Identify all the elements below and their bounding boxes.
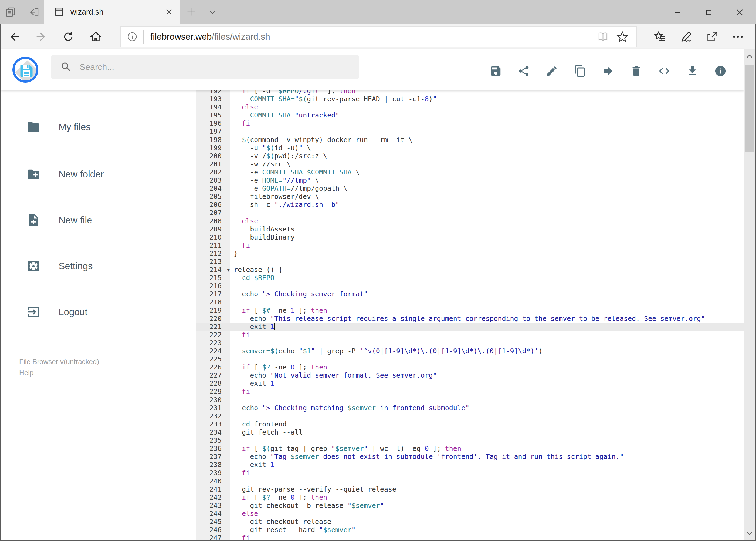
code-line[interactable]: 213 <box>196 258 745 266</box>
code-line[interactable]: 240 <box>196 477 745 485</box>
help-link[interactable]: Help <box>19 367 99 378</box>
scroll-down-icon[interactable] <box>745 529 754 538</box>
sidebar-item-my-files[interactable]: My files <box>1 112 196 142</box>
code-line[interactable]: 201 -w //src \ <box>196 160 745 168</box>
fold-arrow-icon[interactable]: ▾ <box>227 266 230 274</box>
favorite-star-icon[interactable] <box>613 27 632 46</box>
code-line[interactable]: 196 fi <box>196 119 745 128</box>
code-line[interactable]: 193 COMMIT_SHA="$(git rev-parse HEAD | c… <box>196 95 745 103</box>
new-tab-icon[interactable] <box>182 4 200 20</box>
set-tabs-aside-icon[interactable] <box>26 4 42 20</box>
code-line[interactable]: 247 fi <box>196 534 745 540</box>
code-line[interactable]: 242 if [ $? -ne 0 ]; then <box>196 493 745 502</box>
hub-favorites-icon[interactable] <box>647 26 673 48</box>
sidebar-item-new-file[interactable]: New file <box>1 205 196 235</box>
more-options-icon[interactable] <box>725 26 751 48</box>
search-bar[interactable] <box>51 55 359 79</box>
code-line[interactable]: 200 -v /$(pwd):/src:z \ <box>196 152 745 160</box>
scroll-up-icon[interactable] <box>745 52 754 61</box>
copy-button[interactable] <box>566 62 594 81</box>
tab-dropdown-icon[interactable] <box>204 4 221 20</box>
code-line[interactable]: 233 cd frontend <box>196 420 745 428</box>
code-line[interactable]: 220 echo "This release script requires a… <box>196 315 745 323</box>
code-line[interactable]: 227 echo "Not valid semver format. See s… <box>196 371 745 379</box>
code-line[interactable]: 236 if [ $(git tag | grep "$semver" | wc… <box>196 445 745 453</box>
home-icon[interactable] <box>85 24 107 49</box>
code-line[interactable]: 219 if [ $# -ne 1 ]; then <box>196 306 745 315</box>
code-line[interactable]: 225 <box>196 355 745 363</box>
code-line[interactable]: 202 -e COMMIT_SHA=$COMMIT_SHA \ <box>196 168 745 176</box>
maximize-button[interactable] <box>693 1 724 24</box>
scrollbar-thumb[interactable] <box>745 65 754 152</box>
code-line[interactable]: 226 if [ $? -ne 0 ]; then <box>196 363 745 371</box>
tab-preview-icon[interactable] <box>3 4 18 20</box>
url-field[interactable]: filebrowser.web/files/wizard.sh <box>120 26 637 47</box>
minimize-button[interactable] <box>662 1 693 24</box>
code-line[interactable]: 245 git checkout release <box>196 518 745 526</box>
code-line[interactable]: 235 <box>196 436 745 445</box>
reading-view-icon[interactable] <box>593 27 613 46</box>
code-line[interactable]: 223 <box>196 339 745 347</box>
save-button[interactable] <box>482 62 510 81</box>
code-line[interactable]: 204 -e GOPATH=//tmp/gopath \ <box>196 185 745 193</box>
code-line[interactable]: 234 git fetch --all <box>196 428 745 436</box>
code-line[interactable]: 239 fi <box>196 469 745 477</box>
code-line[interactable]: 215 cd $REPO <box>196 274 745 282</box>
code-line[interactable]: 241 git rev-parse --verify --quiet relea… <box>196 485 745 493</box>
code-line[interactable]: 224 semver=$(echo "$1" | grep -P '^v(0|[… <box>196 347 745 355</box>
code-line[interactable]: 221 exit 1 <box>196 323 745 331</box>
code-line[interactable]: 195 COMMIT_SHA="untracked" <box>196 111 745 119</box>
download-button[interactable] <box>678 62 706 81</box>
back-icon[interactable] <box>4 24 26 49</box>
move-button[interactable] <box>594 62 622 81</box>
delete-button[interactable] <box>622 62 650 81</box>
code-line[interactable]: 216 <box>196 282 745 290</box>
code-button[interactable] <box>650 62 678 81</box>
code-line[interactable]: 214▾release () { <box>196 266 745 274</box>
filebrowser-logo[interactable] <box>12 57 38 83</box>
code-line[interactable]: 199 -u "$(id -u)" \ <box>196 144 745 152</box>
web-note-pen-icon[interactable] <box>673 26 699 48</box>
forward-icon[interactable] <box>30 24 52 49</box>
code-line[interactable]: 208 else <box>196 217 745 225</box>
code-line[interactable]: 237 echo "Tag $semver does not exist in … <box>196 453 745 461</box>
share-page-icon[interactable] <box>699 26 725 48</box>
sidebar-item-settings[interactable]: Settings <box>1 251 196 281</box>
close-tab-icon[interactable] <box>161 4 177 20</box>
code-line[interactable]: 218 <box>196 298 745 306</box>
code-line[interactable]: 228 exit 1 <box>196 379 745 387</box>
refresh-icon[interactable] <box>58 24 79 49</box>
code-line[interactable]: 206 sh -c "./wizard.sh -b" <box>196 201 745 209</box>
code-line[interactable]: 229 fi <box>196 387 745 396</box>
share-button[interactable] <box>510 62 538 81</box>
code-line[interactable]: 231 echo "> Checking matching $semver in… <box>196 404 745 412</box>
code-line[interactable]: 194 else <box>196 103 745 111</box>
code-line[interactable]: 198 $(command -v winpty) docker run --rm… <box>196 136 745 144</box>
code-line[interactable]: 203 -e HOME="//tmp" \ <box>196 176 745 185</box>
url-text[interactable]: filebrowser.web/files/wizard.sh <box>150 32 593 42</box>
code-line[interactable]: 238 exit 1 <box>196 461 745 469</box>
code-line[interactable]: 205 filebrowser/dev \ <box>196 193 745 201</box>
code-line[interactable]: 207 <box>196 209 745 217</box>
sidebar-item-new-folder[interactable]: New folder <box>1 159 196 189</box>
code-line[interactable]: 209 buildAssets <box>196 225 745 234</box>
browser-tab[interactable]: wizard.sh <box>44 0 180 24</box>
code-editor[interactable]: 192 if [ -d "$REPO/.git" ]; then193 COMM… <box>196 90 745 540</box>
code-line[interactable]: 232 <box>196 412 745 420</box>
code-line[interactable]: 222 fi <box>196 331 745 339</box>
page-scrollbar[interactable] <box>744 49 755 540</box>
code-line[interactable]: 243 git checkout -b release "$semver" <box>196 502 745 510</box>
search-input[interactable] <box>80 62 359 72</box>
code-line[interactable]: 244 else <box>196 510 745 518</box>
code-line[interactable]: 211 fi <box>196 242 745 250</box>
code-line[interactable]: 230 <box>196 396 745 404</box>
code-line[interactable]: 212} <box>196 250 745 258</box>
code-line[interactable]: 217 echo "> Checking semver format" <box>196 290 745 298</box>
code-line[interactable]: 210 buildBinary <box>196 234 745 242</box>
code-line[interactable]: 197 <box>196 128 745 136</box>
site-info-icon[interactable] <box>126 31 138 42</box>
info-button[interactable] <box>706 62 734 81</box>
sidebar-item-logout[interactable]: Logout <box>1 297 196 327</box>
code-line[interactable]: 246 git reset --hard "$semver" <box>196 526 745 534</box>
close-window-button[interactable] <box>724 1 755 24</box>
